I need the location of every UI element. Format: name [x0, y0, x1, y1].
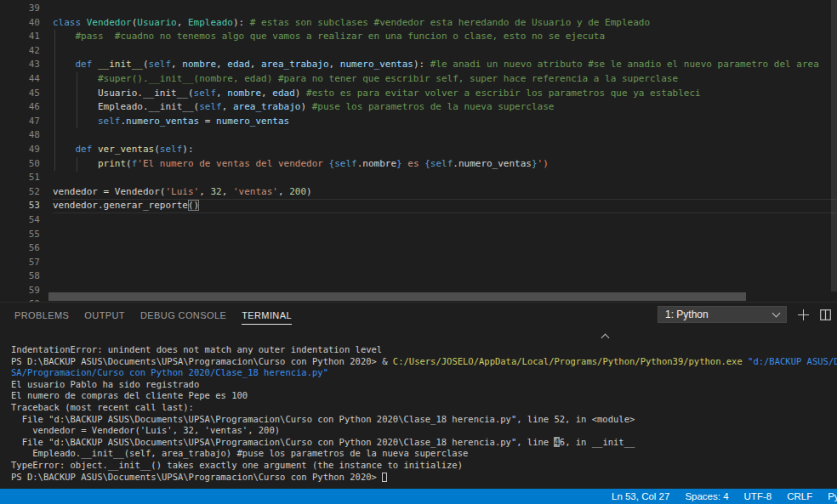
terminal-instance-label: 1: Python: [665, 309, 709, 320]
indent-guide: [77, 157, 77, 172]
panel-actions: 1: Python: [658, 306, 831, 323]
line-number: 48: [0, 128, 53, 143]
code-line[interactable]: 48: [0, 128, 837, 143]
code-line[interactable]: 51: [0, 171, 837, 185]
line-number: 44: [0, 72, 53, 87]
code-line-text: [53, 228, 837, 242]
code-line[interactable]: 58: [0, 269, 837, 284]
terminal-line: File "d:\BACKUP ASUS\Documents\UPSA\Prog…: [11, 437, 837, 449]
code-line-text: [53, 213, 837, 228]
new-terminal-button[interactable]: [798, 309, 809, 320]
code-line-text: [53, 2, 837, 16]
line-number: 50: [0, 157, 53, 172]
code-line-text: self.numero_ventas = numero_ventas: [53, 115, 837, 129]
line-number: 46: [0, 100, 53, 115]
code-line-text: def __init__(self, nombre, edad, area_tr…: [53, 58, 837, 72]
line-number: 49: [0, 143, 53, 157]
status-language[interactable]: Python: [820, 491, 837, 501]
code-line-text: #pass #cuadno no tenemos algo que vamos …: [53, 30, 837, 44]
maximize-panel-chevron-up-icon[interactable]: [602, 333, 609, 340]
bottom-panel: PROBLEMS OUTPUT DEBUG CONSOLE TERMINAL 1…: [0, 302, 837, 489]
terminal-line: PS D:\BACKUP ASUS\Documents\UPSA\Program…: [11, 472, 837, 484]
horizontal-scrollbar-slider[interactable]: [48, 292, 746, 301]
terminal-output[interactable]: IndentationError: unindent does not matc…: [11, 344, 837, 483]
code-line[interactable]: 45 Usuario.__init__(self, nombre, edad) …: [0, 87, 837, 101]
code-line-text: class Vendedor(Usuario, Empleado): # est…: [53, 16, 837, 31]
status-bar: Ln 53, Col 27 Spaces: 4 UTF-8 CRLF Pytho…: [0, 489, 837, 504]
line-number: 47: [0, 115, 53, 129]
terminal-line: Empleado.__init__(self, area_trabajo) #p…: [11, 448, 837, 460]
code-line-text: [53, 171, 837, 185]
terminal-line: SA/Programacion/Curso con Python 2020/Cl…: [11, 367, 837, 379]
status-eol[interactable]: CRLF: [779, 491, 820, 501]
terminal-line: TypeError: object.__init__() takes exact…: [11, 460, 837, 472]
code-line[interactable]: 39: [0, 2, 837, 16]
terminal-line: PS D:\BACKUP ASUS\Documents\UPSA\Program…: [11, 356, 837, 368]
status-bar-right: Ln 53, Col 27 Spaces: 4 UTF-8 CRLF Pytho…: [604, 491, 837, 501]
code-line[interactable]: 46 Empleado.__init__(self, area_trabajo)…: [0, 100, 837, 115]
code-line-text: #super().__init__(nombre, edad) #para no…: [53, 72, 837, 87]
code-line-text: def ver_ventas(self):: [53, 143, 837, 157]
terminal-line: IndentationError: unindent does not matc…: [11, 344, 837, 356]
code-line[interactable]: 52vendedor = Vendedor('Luis', 32, 'venta…: [0, 185, 837, 200]
tab-terminal[interactable]: TERMINAL: [242, 310, 292, 325]
editor-horizontal-scrollbar[interactable]: [0, 292, 837, 302]
status-cursor-position[interactable]: Ln 53, Col 27: [604, 491, 677, 501]
line-number: 43: [0, 58, 53, 72]
split-terminal-button[interactable]: [820, 309, 831, 320]
line-number: 42: [0, 44, 53, 59]
code-line[interactable]: 42: [0, 44, 837, 59]
tab-debug-console[interactable]: DEBUG CONSOLE: [140, 310, 226, 325]
terminal-line: vendedor = Vendedor('Luis', 32, 'ventas'…: [11, 425, 837, 437]
terminal-cursor: [382, 473, 387, 482]
line-number: 40: [0, 16, 53, 31]
code-line[interactable]: 57: [0, 256, 837, 270]
terminal-line: El usuario Pablo ha sido registrado: [11, 379, 837, 391]
line-number: 41: [0, 30, 53, 44]
code-line[interactable]: 55: [0, 228, 837, 242]
code-line[interactable]: 50 print(f'El numero de ventas del vende…: [0, 157, 837, 172]
line-number: 58: [0, 269, 53, 284]
code-line[interactable]: 40class Vendedor(Usuario, Empleado): # e…: [0, 16, 837, 31]
line-number: 56: [0, 241, 53, 256]
line-number: 52: [0, 185, 53, 200]
code-line-text: vendedor = Vendedor('Luis', 32, 'ventas'…: [53, 185, 837, 200]
code-line[interactable]: 47 self.numero_ventas = numero_ventas: [0, 115, 837, 129]
code-line[interactable]: 44 #super().__init__(nombre, edad) #para…: [0, 72, 837, 87]
code-line[interactable]: 56: [0, 241, 837, 256]
code-line-text: [53, 256, 837, 270]
code-line-text: print(f'El numero de ventas del vendedor…: [53, 157, 837, 172]
line-number: 54: [0, 213, 53, 228]
terminal-line: File "d:\BACKUP ASUS\Documents\UPSA\Prog…: [11, 414, 837, 426]
code-line[interactable]: 41 #pass #cuadno no tenemos algo que vam…: [0, 30, 837, 44]
terminal-instance-select[interactable]: 1: Python: [658, 306, 787, 323]
code-line[interactable]: 53vendedor.generar_reporte(): [0, 199, 837, 213]
code-line[interactable]: 49 def ver_ventas(self):: [0, 143, 837, 157]
code-line[interactable]: 43 def __init__(self, nombre, edad, area…: [0, 58, 837, 72]
code-lines: 3940class Vendedor(Usuario, Empleado): #…: [0, 2, 837, 302]
chevron-down-icon: [772, 309, 781, 318]
indent-guide: [77, 72, 77, 128]
code-editor[interactable]: 3940class Vendedor(Usuario, Empleado): #…: [0, 0, 837, 302]
indent-guide: [54, 30, 55, 171]
line-number: 45: [0, 87, 53, 101]
code-line-text: Empleado.__init__(self, area_trabajo) #p…: [53, 100, 837, 115]
line-number: 57: [0, 256, 53, 270]
line-number: 55: [0, 228, 53, 242]
status-encoding[interactable]: UTF-8: [737, 491, 780, 501]
tab-problems[interactable]: PROBLEMS: [14, 310, 69, 325]
code-line-text: [53, 269, 837, 284]
code-line-text: [53, 128, 837, 143]
code-line-text: Usuario.__init__(self, nombre, edad) #es…: [53, 87, 837, 101]
code-line-text: vendedor.generar_reporte(): [53, 199, 837, 213]
editor-cursor-bracket: (): [188, 200, 199, 211]
line-number: 51: [0, 171, 53, 185]
terminal-line: El numero de compras del cliente Pepe es…: [11, 390, 837, 402]
status-indentation[interactable]: Spaces: 4: [677, 491, 736, 501]
code-line[interactable]: 54: [0, 213, 837, 228]
line-number: 53: [0, 199, 53, 213]
vscode-window: { "colors": { "syntax": { "kw": "#569CD6…: [0, 0, 837, 504]
editor-vertical-scrollbar[interactable]: [831, 0, 837, 292]
code-line-text: [53, 241, 837, 256]
tab-output[interactable]: OUTPUT: [84, 310, 125, 325]
